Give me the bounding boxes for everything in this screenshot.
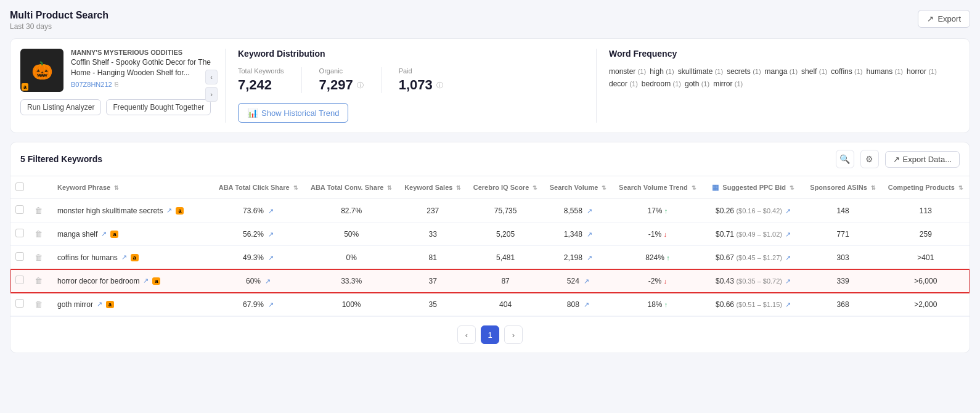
aba-click-header[interactable]: ABA Total Click Share ⇅ [213, 176, 304, 199]
sponsored-asins-value: 368 [804, 293, 882, 316]
external-link-icon[interactable]: ↗ [121, 253, 127, 261]
show-historical-trend-button[interactable]: 📊 Show Historical Trend [238, 103, 348, 123]
search-button[interactable]: 🔍 [836, 150, 854, 168]
kw-stats: Total Keywords 7,242 Organic 7,297 ⓘ Pai… [238, 67, 589, 93]
run-listing-analyzer-button[interactable]: Run Listing Analyzer [20, 99, 101, 115]
row-checkbox[interactable] [15, 299, 24, 308]
export-button[interactable]: ↗ Export [918, 10, 970, 28]
trend-chart-icon: 📊 [247, 108, 258, 118]
aba-conv-value: 0% [304, 246, 399, 269]
kw-sales-sort-icon: ⇅ [456, 185, 461, 191]
row-checkbox[interactable] [15, 276, 24, 284]
copy-icon[interactable]: ⎘ [115, 81, 118, 88]
ppc-trend-icon[interactable]: ↗ [785, 277, 791, 285]
page-title: Multi Product Search [10, 10, 108, 21]
paid-info-icon[interactable]: ⓘ [436, 81, 443, 90]
competing-products-header[interactable]: Competing Products ⇅ [882, 176, 970, 199]
aba-conv-header[interactable]: ABA Total Conv. Share ⇅ [304, 176, 399, 199]
keyword-cell: manga shelf ↗ a [47, 223, 213, 246]
aba-conv-value: 82.7% [304, 199, 399, 223]
search-volume-trend-icon[interactable]: ↗ [587, 254, 592, 261]
delete-icon[interactable]: 🗑 [35, 253, 43, 262]
table-header-row: 5 Filtered Keywords 🔍 ⚙ ↗ Export Data... [10, 142, 970, 176]
cerebro-iq-value: 5,205 [467, 223, 544, 246]
keyword-phrase-header[interactable]: Keyword Phrase ⇅ [47, 176, 213, 199]
aba-click-trend-icon[interactable]: ↗ [265, 277, 271, 285]
delete-icon[interactable]: 🗑 [35, 229, 43, 239]
search-volume-trend-icon[interactable]: ↗ [584, 277, 589, 285]
prev-page-button[interactable]: ‹ [457, 325, 476, 344]
kw-divider [301, 67, 302, 93]
row-checkbox[interactable] [15, 205, 24, 214]
row-checkbox-cell[interactable] [10, 293, 29, 316]
row-checkbox-cell[interactable] [10, 246, 29, 269]
search-volume-trend-icon[interactable]: ↗ [584, 301, 589, 308]
volume-trend-header[interactable]: Search Volume Trend ⇅ [613, 176, 703, 199]
word-freq-title: Word Frequency [609, 49, 960, 59]
aba-click-trend-icon[interactable]: ↗ [268, 231, 274, 238]
sponsored-asins-header[interactable]: Sponsored ASINs ⇅ [804, 176, 882, 199]
row-delete-cell[interactable]: 🗑 [29, 199, 47, 223]
row-delete-cell[interactable]: 🗑 [29, 246, 47, 269]
amazon-badge[interactable]: a [176, 207, 184, 215]
export-icon: ↗ [927, 14, 934, 23]
kw-divider-2 [381, 67, 382, 93]
export-data-button[interactable]: ↗ Export Data... [885, 151, 960, 168]
kw-sales-value: 37 [399, 269, 467, 293]
aba-click-trend-icon[interactable]: ↗ [268, 254, 274, 261]
kw-sales-value: 35 [399, 293, 467, 316]
external-link-icon[interactable]: ↗ [97, 300, 102, 308]
delete-icon[interactable]: 🗑 [35, 276, 43, 285]
row-checkbox-cell[interactable] [10, 199, 29, 223]
ppc-trend-icon[interactable]: ↗ [785, 254, 791, 261]
search-volume-value: 8,558 ↗ [544, 199, 613, 223]
trend-up-icon: ↑ [664, 207, 668, 215]
prev-product-button[interactable]: ‹ [205, 70, 218, 84]
rows-per-page-select[interactable]: 50 25 100 [912, 353, 951, 353]
paid-label: Paid [399, 67, 443, 75]
external-link-icon[interactable]: ↗ [101, 230, 107, 238]
row-checkbox[interactable] [15, 229, 24, 237]
row-delete-cell[interactable]: 🗑 [29, 223, 47, 246]
ppc-range: ($0.45 – $1.27) [736, 254, 782, 261]
settings-button[interactable]: ⚙ [860, 150, 879, 168]
keyword-cell: monster high skulltimate secrets ↗ a [47, 199, 213, 223]
next-page-button[interactable]: › [504, 325, 523, 344]
external-link-icon[interactable]: ↗ [143, 277, 149, 285]
amazon-badge[interactable]: a [131, 254, 139, 261]
checkbox-all[interactable] [15, 182, 24, 191]
ppc-bid-value: $0.26 ($0.16 – $0.42) ↗ [703, 199, 804, 223]
search-volume-header[interactable]: Search Volume ⇅ [544, 176, 613, 199]
ppc-trend-icon[interactable]: ↗ [785, 207, 791, 215]
next-product-button[interactable]: › [205, 87, 218, 102]
row-checkbox-cell[interactable] [10, 223, 29, 246]
cerebro-iq-header[interactable]: Cerebro IQ Score ⇅ [467, 176, 544, 199]
delete-icon[interactable]: 🗑 [35, 300, 43, 309]
trend-down-icon: ↓ [664, 277, 668, 285]
aba-click-trend-icon[interactable]: ↗ [268, 207, 274, 215]
kw-sales-header[interactable]: Keyword Sales ⇅ [399, 176, 467, 199]
filtered-keywords-label: 5 Filtered Keywords [20, 154, 102, 164]
ppc-trend-icon[interactable]: ↗ [785, 231, 791, 238]
row-checkbox-cell[interactable] [10, 269, 29, 293]
ppc-bid-value: $0.66 ($0.51 – $1.15) ↗ [703, 293, 804, 316]
row-delete-cell[interactable]: 🗑 [29, 293, 47, 316]
amazon-badge[interactable]: a [152, 277, 160, 285]
keyword-text: coffins for humans [57, 253, 118, 262]
organic-info-icon[interactable]: ⓘ [357, 81, 364, 90]
amazon-badge[interactable]: a [106, 301, 114, 308]
select-all-checkbox[interactable] [10, 176, 29, 199]
word-tag-bedroom: bedroom (1) [642, 80, 681, 88]
ppc-bid-header[interactable]: ▦ Suggested PPC Bid ⇅ [703, 176, 804, 199]
search-volume-trend-icon[interactable]: ↗ [587, 231, 592, 238]
delete-icon[interactable]: 🗑 [35, 206, 43, 215]
search-volume-trend-icon[interactable]: ↗ [587, 207, 592, 215]
row-delete-cell[interactable]: 🗑 [29, 269, 47, 293]
amazon-badge[interactable]: a [110, 231, 118, 238]
frequently-bought-together-button[interactable]: Frequently Bought Together [106, 99, 211, 115]
row-checkbox[interactable] [15, 252, 24, 261]
ppc-trend-icon[interactable]: ↗ [785, 301, 791, 308]
aba-click-trend-icon[interactable]: ↗ [268, 301, 274, 308]
external-link-icon[interactable]: ↗ [166, 206, 172, 215]
page-1-button[interactable]: 1 [481, 325, 499, 344]
